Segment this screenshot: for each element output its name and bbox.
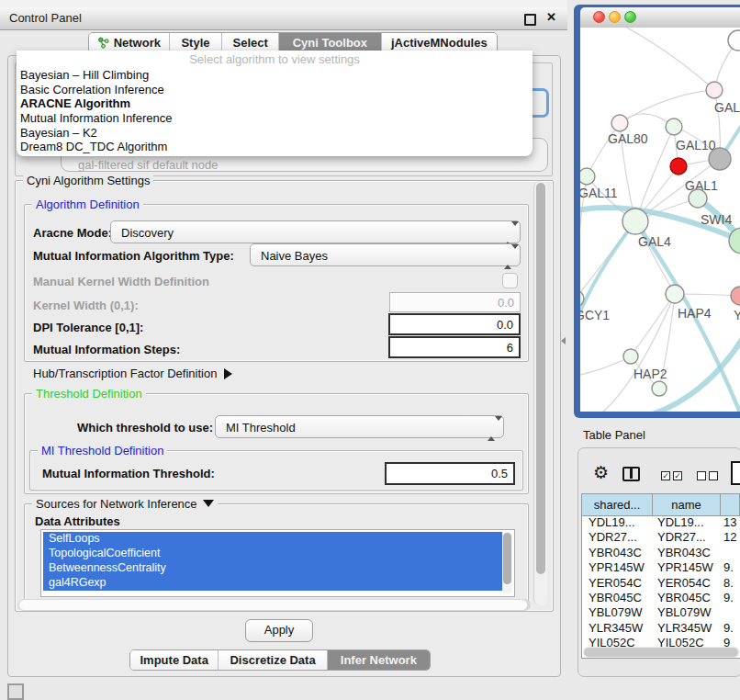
network-node[interactable] [728,30,740,51]
tab-impute-data[interactable]: Impute Data [130,650,219,670]
show-columns-icon[interactable]: ✓ ✓ [661,471,682,480]
threshold-definition-title: Threshold Definition [32,387,146,401]
attribute-item[interactable]: gal4RGexp [43,576,502,591]
settings-vertical-scrollbar[interactable] [533,181,547,605]
table-panel-title: Table Panel [583,428,645,442]
network-edge[interactable] [580,356,631,377]
control-panel-title: Control Panel [9,11,82,25]
import-table-icon[interactable] [731,461,740,485]
network-node[interactable] [666,119,682,135]
network-canvas-svg: GALGAL80GAL10GAL1GAL11SWI4GAL4GCY1HAP4YH… [580,28,740,412]
node-label: SWI4 [701,212,732,227]
tab-infer-network-label: Infer Network [341,653,417,667]
network-node[interactable] [706,82,723,98]
dropdown-item[interactable]: Mutual Information Inference [17,111,533,126]
combo-arrows-icon [504,226,511,239]
dropdown-item[interactable]: Basic Correlation Inference [17,83,533,97]
apply-button[interactable]: Apply [245,619,313,642]
checked-box-icon: ✓ [673,471,682,480]
unchecked-box-icon [709,471,718,480]
hub-definition-toggle[interactable]: Hub/Transcription Factor Definition [33,367,232,380]
column-header[interactable]: name [653,494,721,515]
kernel-width-label: Kernel Width (0,1): [33,299,139,312]
manual-kernel-checkbox[interactable] [502,273,518,288]
aracne-mode-combobox[interactable]: Discovery [110,220,521,243]
table-body: YDL19...YDL19...13 YDR27...YDR27...12 YB… [582,515,740,651]
mi-threshold-title: MI Threshold Definition [38,444,167,457]
table-row[interactable]: YDL19...YDL19...13 [582,515,740,530]
node-label: GAL4 [638,234,671,249]
network-node[interactable] [623,349,638,364]
network-node[interactable] [666,285,684,303]
float-window-icon[interactable] [524,14,536,26]
column-header[interactable]: shared... [582,494,653,515]
close-icon[interactable]: ✕ [546,10,556,24]
tab-infer-network[interactable]: Infer Network [328,650,430,670]
network-window: GALGAL80GAL10GAL1GAL11SWI4GAL4GCY1HAP4YH… [574,5,740,418]
tab-impute-data-label: Impute Data [140,653,208,667]
dropdown-item[interactable]: Bayesian – K2 [17,126,533,141]
which-threshold-combobox[interactable]: MI Threshold [215,415,504,438]
network-canvas[interactable]: GALGAL80GAL10GAL1GAL11SWI4GAL4GCY1HAP4YH… [580,28,740,412]
close-traffic-light-icon[interactable] [593,11,605,23]
network-node[interactable] [622,209,648,234]
manual-kernel-label: Manual Kernel Width Definition [33,275,209,288]
sources-title[interactable]: Sources for Network Inference [32,497,218,511]
network-node[interactable] [709,148,731,170]
splitpane-handle-icon[interactable] [561,337,566,344]
which-threshold-label: Which threshold to use: [77,421,213,435]
network-edge[interactable] [617,28,714,90]
hide-columns-icon[interactable] [697,471,718,480]
tab-jactivemnodules[interactable]: jActiveMNodules [382,33,497,52]
table-panel: ⚙ ✓ ✓ shared... name YDL19...YDL19...13 … [577,447,740,677]
attribute-list-scrollbar[interactable] [502,532,512,594]
table-row[interactable]: YDR27...YDR27...12 [582,530,740,545]
table-horizontal-scrollbar[interactable] [583,647,740,658]
columns-icon[interactable] [622,467,640,481]
network-node[interactable] [670,158,687,175]
settings-horizontal-scrollbar[interactable] [17,599,531,611]
table-row[interactable]: YBL079WYBL079W [582,605,740,620]
tab-style[interactable]: Style [170,33,223,52]
tab-jactivemnodules-label: jActiveMNodules [391,36,488,50]
network-node[interactable] [731,287,740,305]
zoom-traffic-light-icon[interactable] [624,11,636,23]
mi-threshold-input[interactable]: 0.5 [385,462,515,485]
collapsed-panel-button[interactable] [7,683,24,700]
attribute-item[interactable]: TopologicalCoefficient [43,547,502,561]
dpi-tolerance-input[interactable]: 0.0 [388,313,521,335]
network-node[interactable] [652,381,667,396]
column-header[interactable] [721,494,740,515]
network-node[interactable] [689,189,707,208]
network-window-titlebar[interactable] [580,7,740,28]
network-edge[interactable] [631,294,675,356]
gear-icon[interactable]: ⚙ [593,464,609,481]
table-row[interactable]: YBR045CYBR045C9. [582,591,740,605]
dropdown-item[interactable]: Dream8 DC_TDC Algorithm [17,140,533,154]
mi-type-combobox[interactable]: Naive Bayes [250,243,521,266]
node-label: GAL10 [676,138,716,152]
network-edge[interactable] [620,90,714,123]
dropdown-item[interactable]: Bayesian – Hill Climbing [17,68,533,83]
table-row[interactable]: YLR345WYLR345W9. [582,621,740,636]
minimize-traffic-light-icon[interactable] [609,11,621,23]
dropdown-hint: Select algorithm to view settings [17,51,533,68]
network-node[interactable] [580,168,595,185]
mi-steps-input[interactable]: 6 [388,336,521,358]
attribute-item[interactable]: BetweennessCentrality [43,561,502,576]
table-row[interactable]: YER054CYER054C8. [582,576,740,591]
network-node[interactable] [611,115,628,131]
dropdown-item-selected[interactable]: ARACNE Algorithm [17,96,533,111]
tab-cyni-toolbox[interactable]: Cyni Toolbox [279,33,382,52]
node-label: GAL80 [608,131,648,146]
kernel-width-input[interactable]: 0.0 [389,292,521,312]
expanded-arrow-icon [203,500,214,507]
tab-select[interactable]: Select [222,33,279,52]
tab-discretize-data[interactable]: Discretize Data [219,650,327,670]
node-label: GCY1 [580,308,610,322]
table-row[interactable]: YPR145WYPR145W9. [582,560,740,575]
attribute-item[interactable]: SelfLoops [43,532,502,547]
mi-threshold-label: Mutual Information Threshold: [42,467,215,480]
table-row[interactable]: YBR043CYBR043C [582,546,740,560]
tab-network[interactable]: Network [89,33,170,52]
